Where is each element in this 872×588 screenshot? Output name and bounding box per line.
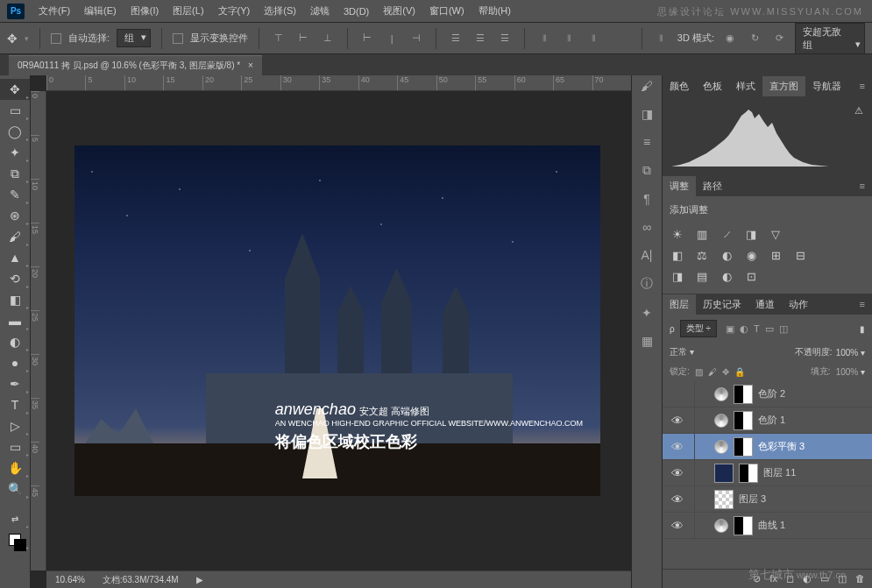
pen-tool[interactable]: ✒ (0, 373, 30, 394)
blur-tool[interactable]: ◐ (0, 331, 30, 352)
invert-icon[interactable]: ◨ (670, 269, 685, 283)
paragraph-icon[interactable]: ¶ (643, 192, 650, 206)
distribute-2-icon[interactable]: ☰ (471, 30, 489, 47)
photo-filter-icon[interactable]: ◉ (743, 248, 759, 262)
3d-panel-icon[interactable]: ✦ (642, 306, 652, 320)
layer-thumb[interactable] (714, 464, 734, 483)
eraser-tool[interactable]: ◧ (0, 289, 30, 310)
layer-name[interactable]: 色阶 1 (758, 414, 785, 427)
history-brush-tool[interactable]: ⟲ (0, 268, 30, 289)
filter-shape-icon[interactable]: ▭ (765, 323, 774, 335)
canvas[interactable]: anwenchao 安文超 高端修图 AN WENCHAO HIGH-END G… (74, 145, 600, 496)
move-tool[interactable]: ✥ (0, 79, 30, 100)
distribute-4-icon[interactable]: ⦀ (535, 30, 553, 47)
settings-icon[interactable]: ≡ (643, 135, 650, 149)
tab-histogram[interactable]: 直方图 (762, 76, 805, 96)
hue-icon[interactable]: ◧ (670, 248, 685, 262)
tab-channels[interactable]: 通道 (748, 294, 782, 315)
histogram-warning-icon[interactable]: ⚠ (854, 105, 863, 117)
tab-swatches[interactable]: 色板 (696, 76, 729, 96)
type-tool[interactable]: T (0, 394, 30, 415)
menu-edit[interactable]: 编辑(E) (77, 1, 124, 21)
distribute-3-icon[interactable]: ☰ (496, 30, 514, 47)
tab-history[interactable]: 历史记录 (696, 294, 748, 315)
properties-icon[interactable]: ▦ (642, 334, 653, 348)
quick-select-tool[interactable]: ✦ (0, 142, 30, 163)
align-left-icon[interactable]: ⊢ (358, 30, 376, 47)
menu-layer[interactable]: 图层(L) (166, 1, 210, 21)
filter-text-icon[interactable]: T (754, 323, 760, 335)
fill-input[interactable]: 100% ▾ (836, 367, 865, 377)
menu-select[interactable]: 选择(S) (257, 1, 303, 21)
visibility-toggle[interactable]: 👁 (666, 440, 689, 454)
panel-menu-icon[interactable]: ≡ (853, 81, 872, 91)
curves-icon[interactable]: ⟋ (719, 227, 734, 241)
opacity-input[interactable]: 100% ▾ (836, 348, 865, 358)
menu-text[interactable]: 文字(Y) (211, 1, 258, 21)
blend-mode-dropdown[interactable]: 正常 ▾ (670, 346, 731, 358)
shape-tool[interactable]: ▭ (0, 436, 30, 457)
selective-color-icon[interactable]: ⊡ (743, 269, 759, 283)
exposure-icon[interactable]: ◨ (743, 227, 759, 241)
auto-select-dropdown[interactable]: 组 ▾ (117, 29, 151, 47)
zoom-tool[interactable]: 🔍 (0, 478, 30, 499)
tab-color[interactable]: 颜色 (663, 76, 696, 96)
tab-adjustments[interactable]: 调整 (663, 176, 696, 196)
menu-filter[interactable]: 滤镜 (303, 1, 337, 21)
brush-presets-icon[interactable]: ◨ (642, 107, 653, 121)
align-vcenter-icon[interactable]: ⊢ (294, 30, 312, 47)
layer-name[interactable]: 图层 3 (739, 492, 766, 506)
tab-layers[interactable]: 图层 (663, 294, 696, 315)
layer-mask-thumb[interactable] (734, 516, 753, 535)
clone-source-icon[interactable]: ⧉ (642, 163, 651, 178)
layer-mask-thumb[interactable] (734, 385, 753, 404)
bw-icon[interactable]: ◐ (719, 248, 734, 262)
tab-paths[interactable]: 路径 (696, 176, 729, 196)
layer-item[interactable]: 👁曲线 1 (663, 513, 872, 539)
layer-item[interactable]: 👁色彩平衡 3 (663, 434, 872, 460)
layer-mask-thumb[interactable] (739, 464, 758, 483)
info-icon[interactable]: ⓘ (641, 276, 653, 292)
filter-image-icon[interactable]: ▣ (726, 323, 734, 335)
orbit-icon[interactable]: ◉ (721, 30, 739, 47)
layer-item[interactable]: 👁色阶 1 (663, 407, 872, 434)
stamp-tool[interactable]: ▲ (0, 247, 30, 268)
align-hcenter-icon[interactable]: | (383, 30, 401, 47)
lasso-tool[interactable]: ◯ (0, 121, 30, 142)
layer-name[interactable]: 色阶 2 (758, 387, 785, 400)
layer-item[interactable]: 色阶 2 (663, 381, 872, 407)
auto-select-checkbox[interactable] (51, 33, 61, 44)
layer-kind-dropdown[interactable]: 类型 ÷ (680, 320, 717, 337)
visibility-toggle[interactable]: 👁 (666, 519, 689, 533)
threshold-icon[interactable]: ◐ (719, 269, 734, 283)
tab-actions[interactable]: 动作 (782, 294, 815, 315)
document-tab[interactable]: 0R9A0111 拷 贝.psd @ 10.6% (色彩平衡 3, 图层蒙版/8… (9, 55, 262, 75)
close-tab-icon[interactable]: × (248, 60, 253, 70)
panel-menu-icon[interactable]: ≡ (853, 181, 872, 191)
filter-adjust-icon[interactable]: ◐ (740, 323, 748, 335)
color-lookup-icon[interactable]: ⊟ (792, 248, 808, 262)
tab-navigator[interactable]: 导航器 (805, 76, 848, 96)
path-tool[interactable]: ▷ (0, 415, 30, 436)
brush-tool[interactable]: 🖌 (0, 226, 30, 247)
creative-cloud-icon[interactable]: ∞ (642, 220, 651, 234)
color-swatches[interactable] (0, 529, 30, 550)
preset-dropdown[interactable]: 安超无敌组▾ (795, 23, 865, 54)
menu-file[interactable]: 文件(F) (32, 1, 77, 21)
character-icon[interactable]: A| (642, 248, 653, 262)
distribute-6-icon[interactable]: ⦀ (585, 30, 602, 47)
visibility-toggle[interactable]: 👁 (666, 492, 689, 507)
color-balance-icon[interactable]: ⚖ (694, 248, 710, 262)
lock-position-icon[interactable]: ✥ (722, 367, 729, 377)
crop-tool[interactable]: ⧉ (0, 163, 30, 184)
lock-transparency-icon[interactable]: ▨ (695, 367, 703, 377)
lock-image-icon[interactable]: 🖌 (708, 367, 717, 377)
menu-help[interactable]: 帮助(H) (471, 1, 518, 21)
layer-item[interactable]: 👁图层 11 (663, 460, 872, 486)
layer-thumb[interactable] (714, 490, 734, 509)
dodge-tool[interactable]: ● (0, 352, 30, 373)
layer-name[interactable]: 色彩平衡 3 (758, 440, 805, 453)
align-bottom-icon[interactable]: ⊥ (319, 30, 337, 47)
align-top-icon[interactable]: ⊤ (270, 30, 287, 47)
gradient-tool[interactable]: ▬ (0, 310, 30, 331)
